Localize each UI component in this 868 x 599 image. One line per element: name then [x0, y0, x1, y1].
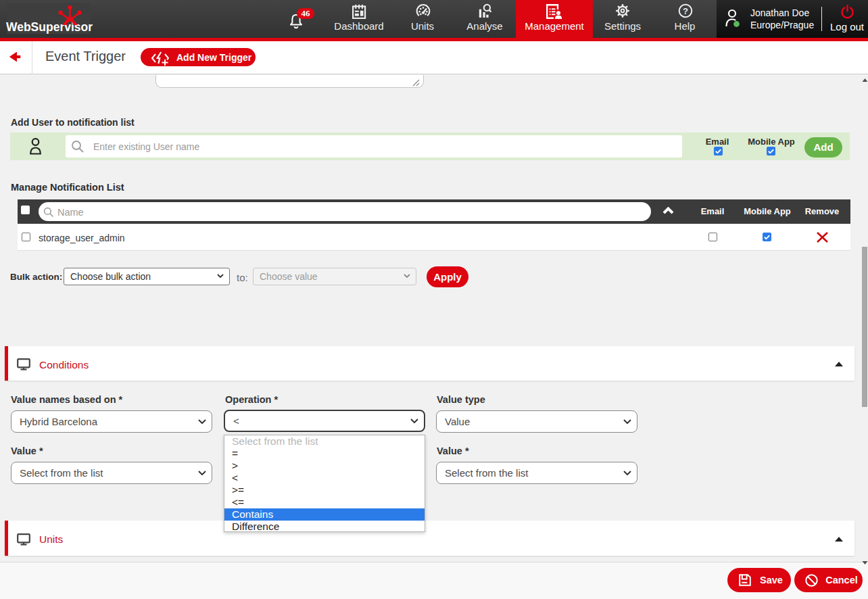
svg-text:?: ? [683, 6, 688, 16]
